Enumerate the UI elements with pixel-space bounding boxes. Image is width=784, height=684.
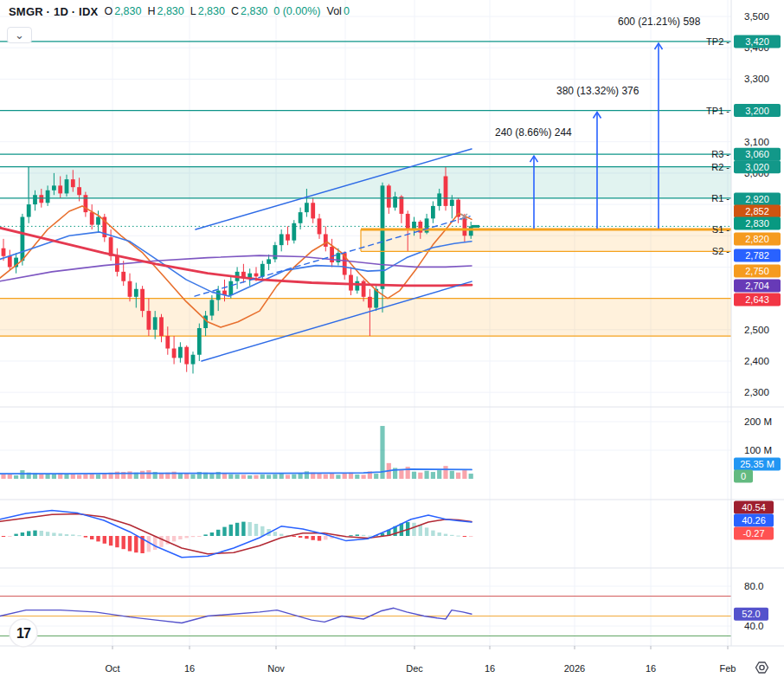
svg-text:Nov: Nov — [267, 663, 285, 674]
level-labels: TP2 -TP1 -R3 -R2 -R1 -S1 -S2 - — [706, 36, 729, 256]
svg-text:16: 16 — [184, 663, 195, 674]
svg-text:0: 0 — [741, 471, 746, 481]
svg-text:2,750: 2,750 — [745, 266, 769, 276]
svg-text:Feb: Feb — [720, 663, 736, 674]
svg-text:S2 -: S2 - — [712, 246, 730, 256]
svg-text:2,400: 2,400 — [744, 356, 769, 366]
svg-text:2,782: 2,782 — [745, 250, 769, 261]
target-label-240[interactable]: 240 (8.66%) 244 — [495, 126, 572, 139]
svg-text:3,500: 3,500 — [744, 11, 769, 22]
svg-text:200 M: 200 M — [744, 416, 772, 427]
ohlc-open: O2,830 — [104, 5, 141, 17]
ohlc-low: L2,830 — [190, 5, 225, 17]
svg-text:100 M: 100 M — [744, 445, 772, 455]
svg-text:2026: 2026 — [564, 663, 585, 674]
last-price-tick — [472, 225, 479, 228]
volume-series[interactable] — [1, 426, 472, 479]
tradingview-logo[interactable]: 17 — [10, 619, 37, 647]
ohlc-close: C2,830 — [231, 5, 267, 17]
price-axis[interactable]: 3,5003,4003,3003,1003,0002,5002,4002,300… — [0, 0, 784, 684]
svg-text:25.35 M: 25.35 M — [740, 459, 774, 469]
volume-value: Vol0 — [326, 5, 349, 17]
svg-text:2,830: 2,830 — [745, 218, 769, 229]
legend-collapse-button[interactable]: ⌄ — [7, 27, 32, 43]
svg-text:3,420: 3,420 — [745, 36, 769, 47]
svg-text:Dec: Dec — [406, 663, 423, 674]
svg-text:40.54: 40.54 — [742, 502, 766, 513]
svg-text:52.0: 52.0 — [742, 609, 760, 619]
symbol-legend[interactable]: SMGR · 1D · IDX O2,830 H2,830 L2,830 C2,… — [9, 3, 350, 19]
svg-text:40.26: 40.26 — [742, 515, 766, 526]
rsi-series[interactable] — [0, 597, 731, 636]
svg-text:3,100: 3,100 — [744, 137, 769, 147]
change-value: 0 (0.00%) — [273, 5, 320, 17]
svg-text:2,500: 2,500 — [744, 325, 769, 335]
macd-series[interactable] — [0, 510, 472, 557]
svg-text:40.0: 40.0 — [744, 621, 763, 631]
svg-text:16: 16 — [485, 663, 495, 674]
svg-text:2,300: 2,300 — [744, 387, 769, 397]
ohlc-high: H2,830 — [147, 5, 183, 17]
svg-text:2,920: 2,920 — [745, 194, 769, 204]
svg-text:2,643: 2,643 — [745, 294, 769, 305]
chart-window: 3,5003,4003,3003,1003,0002,5002,4002,300… — [0, 0, 784, 684]
svg-text:2,820: 2,820 — [745, 234, 769, 244]
svg-text:2,852: 2,852 — [745, 206, 769, 216]
svg-text:3,060: 3,060 — [745, 149, 769, 159]
svg-text:R1 -: R1 - — [711, 193, 729, 203]
symbol-title[interactable]: SMGR · 1D · IDX — [9, 5, 98, 18]
target-label-600[interactable]: 600 (21.21%) 598 — [618, 16, 700, 28]
svg-text:Oct: Oct — [105, 663, 119, 674]
key-levels[interactable] — [0, 42, 731, 251]
svg-text:16: 16 — [646, 663, 656, 674]
svg-text:TP1 -: TP1 - — [706, 106, 729, 116]
svg-text:2,704: 2,704 — [745, 281, 769, 291]
svg-text:-0.27: -0.27 — [742, 528, 764, 539]
chevron-down-icon: ⌄ — [15, 29, 24, 41]
svg-text:R3 -: R3 - — [711, 149, 729, 159]
svg-text:3,300: 3,300 — [744, 74, 769, 84]
target-label-380[interactable]: 380 (13.32%) 376 — [556, 85, 639, 97]
svg-text:3,200: 3,200 — [745, 106, 769, 116]
tradingview-logo-glyph: 17 — [16, 626, 31, 641]
price-chart[interactable]: 3,5003,4003,3003,1003,0002,5002,4002,300… — [0, 0, 784, 684]
svg-text:3,020: 3,020 — [745, 162, 769, 172]
svg-text:R2 -: R2 - — [711, 162, 729, 172]
svg-text:S1 -: S1 - — [712, 224, 730, 235]
svg-text:80.0: 80.0 — [744, 581, 763, 591]
svg-text:TP2 -: TP2 - — [706, 36, 729, 47]
